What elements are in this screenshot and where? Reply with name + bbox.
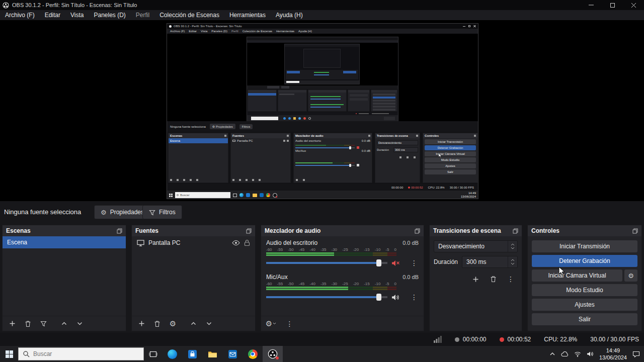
menu-coleccion-escenas[interactable]: Colección de Escenas bbox=[154, 10, 224, 20]
bandwidth-bars-icon bbox=[434, 336, 442, 343]
add-transition-button[interactable] bbox=[468, 273, 482, 285]
mini-block bbox=[356, 113, 357, 114]
tick-label: -60 bbox=[266, 247, 272, 252]
tick-label: -45 bbox=[299, 282, 305, 286]
mini-fps: 30.00 / 30.00 FPS bbox=[450, 186, 474, 189]
dock-popout-icon[interactable] bbox=[117, 228, 122, 234]
db-scale: -60-55-50-45-40-35-30-25-20-15-10-50 bbox=[266, 247, 396, 252]
mute-speaker-icon[interactable] bbox=[391, 260, 400, 266]
volume-slider-handle[interactable] bbox=[376, 259, 381, 266]
mixer-options-dots-icon[interactable]: ⋮ bbox=[282, 318, 297, 330]
visibility-eye-icon[interactable] bbox=[232, 240, 240, 246]
remove-scene-button[interactable] bbox=[20, 318, 36, 330]
source-properties-gear-icon[interactable]: ⚙ bbox=[165, 318, 181, 330]
start-button[interactable] bbox=[0, 346, 18, 362]
clock-date: 13/06/2024 bbox=[599, 354, 627, 361]
channel-level: 0.0 dB bbox=[403, 240, 419, 246]
chrome-taskbar-button[interactable] bbox=[243, 346, 263, 362]
lock-icon[interactable] bbox=[244, 239, 250, 246]
source-list-item[interactable]: Pantalla PC bbox=[132, 236, 255, 249]
mini-obs-task-icon bbox=[273, 193, 277, 198]
transition-options-dots-icon[interactable]: ⋮ bbox=[504, 273, 518, 285]
mini-store-icon bbox=[246, 193, 250, 197]
search-input[interactable] bbox=[33, 350, 129, 357]
spinbox-stepper-icons[interactable] bbox=[508, 256, 517, 267]
display-capture-icon bbox=[137, 240, 144, 246]
mini-search-box: Buscar bbox=[175, 192, 230, 198]
mini-block bbox=[248, 89, 277, 112]
menu-perfil[interactable]: Perfil bbox=[131, 10, 154, 20]
minimize-button[interactable] bbox=[581, 0, 602, 10]
select-stepper-icons[interactable] bbox=[508, 241, 517, 252]
menu-ayuda[interactable]: Ayuda (H) bbox=[271, 10, 308, 20]
menu-vista[interactable]: Vista bbox=[65, 10, 89, 20]
mini-block bbox=[310, 107, 341, 108]
mini-block bbox=[314, 72, 329, 73]
virtual-camera-gear-icon[interactable]: ⚙ bbox=[624, 269, 637, 282]
store-icon bbox=[188, 350, 197, 358]
close-button[interactable] bbox=[623, 0, 644, 10]
move-source-down-button[interactable] bbox=[201, 318, 217, 330]
scene-filters-button[interactable] bbox=[36, 318, 51, 330]
onedrive-cloud-icon[interactable] bbox=[561, 351, 569, 357]
tick-label: -50 bbox=[288, 282, 294, 286]
menu-editar[interactable]: Editar bbox=[40, 10, 65, 20]
dock-popout-icon[interactable] bbox=[246, 228, 252, 234]
transition-select[interactable]: Desvanecimiento bbox=[434, 240, 518, 252]
mail-taskbar-button[interactable] bbox=[222, 346, 243, 362]
start-streaming-button[interactable]: Iniciar Transmisión bbox=[532, 240, 637, 252]
taskbar-search-box[interactable] bbox=[18, 347, 144, 360]
tick-label: -30 bbox=[331, 247, 337, 252]
settings-button[interactable]: Ajustes bbox=[532, 299, 637, 311]
mini-controls-dock: Controles Iniciar Transmisión Detener Gr… bbox=[423, 133, 478, 183]
add-source-button[interactable] bbox=[134, 318, 149, 330]
filters-button[interactable]: Filtros bbox=[142, 205, 182, 219]
scene-list-item[interactable]: Escena bbox=[3, 236, 126, 248]
dock-popout-icon[interactable] bbox=[513, 228, 518, 234]
channel-options-dots-icon[interactable]: ⋮ bbox=[410, 294, 419, 301]
remove-transition-button[interactable] bbox=[486, 273, 500, 285]
volume-slider[interactable] bbox=[266, 296, 387, 298]
advanced-audio-gear-icon[interactable]: ⚙ bbox=[263, 318, 279, 330]
edge-taskbar-button[interactable] bbox=[162, 346, 182, 362]
menu-archivo[interactable]: Archivo (F) bbox=[0, 10, 40, 20]
volume-slider-handle[interactable] bbox=[376, 294, 381, 301]
dock-popout-icon[interactable] bbox=[415, 228, 420, 234]
obs-taskbar-button[interactable] bbox=[263, 346, 283, 362]
dock-popout-icon[interactable] bbox=[632, 228, 638, 234]
start-virtual-camera-button[interactable]: Iniciar Cámara Virtual bbox=[532, 269, 622, 282]
move-source-up-button[interactable] bbox=[186, 318, 201, 330]
mini2-screenshot bbox=[247, 37, 398, 121]
mini-control-button: Ajustes bbox=[425, 163, 476, 168]
move-scene-up-button[interactable] bbox=[56, 318, 72, 330]
channel-name: Audio del escritorio bbox=[266, 239, 317, 246]
exit-button[interactable]: Salir bbox=[532, 313, 637, 325]
stop-recording-button[interactable]: Detener Grabación bbox=[532, 255, 637, 267]
taskbar-clock[interactable]: 14:49 13/06/2024 bbox=[599, 347, 627, 361]
move-scene-down-button[interactable] bbox=[72, 318, 88, 330]
file-explorer-taskbar-button[interactable] bbox=[202, 346, 222, 362]
volume-tray-icon[interactable] bbox=[587, 351, 594, 357]
mini-block bbox=[371, 89, 397, 112]
preview-canvas[interactable]: OBS 30.1.2 - Perfil: Sin Título - Escena… bbox=[0, 20, 644, 201]
studio-mode-button[interactable]: Modo Estudio bbox=[532, 284, 637, 296]
mail-icon bbox=[228, 350, 237, 358]
mini-maximize-icon bbox=[468, 25, 470, 27]
store-taskbar-button[interactable] bbox=[182, 346, 202, 362]
add-scene-button[interactable] bbox=[5, 318, 20, 330]
task-view-button[interactable] bbox=[144, 346, 162, 362]
network-wifi-icon[interactable] bbox=[574, 351, 581, 357]
mini-source-toolbar: Ninguna fuente selecciona ⚙ Propiedades … bbox=[167, 121, 478, 132]
notification-center-icon[interactable] bbox=[632, 351, 640, 357]
volume-slider[interactable] bbox=[266, 262, 387, 264]
tray-chevron-up-icon[interactable] bbox=[549, 352, 555, 356]
maximize-button[interactable] bbox=[602, 0, 623, 10]
speaker-icon[interactable] bbox=[391, 294, 400, 301]
duration-spinbox[interactable]: 300 ms bbox=[462, 256, 518, 268]
menu-herramientas[interactable]: Herramientas bbox=[224, 10, 271, 20]
menu-paneles[interactable]: Paneles (D) bbox=[89, 10, 131, 20]
channel-options-dots-icon[interactable]: ⋮ bbox=[410, 259, 419, 266]
remove-source-button[interactable] bbox=[149, 318, 165, 330]
mini-speaker-icon bbox=[357, 164, 359, 166]
mini-meter bbox=[295, 162, 355, 163]
